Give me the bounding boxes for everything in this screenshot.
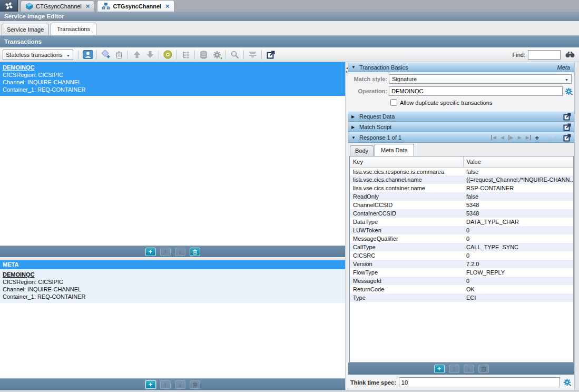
transaction-basics-header[interactable]: Transaction Basics Meta	[348, 62, 574, 72]
binoculars-icon[interactable]	[565, 51, 575, 58]
move-meta-down-button[interactable]	[464, 365, 474, 373]
meta-table-row[interactable]: ReturnCodeOK	[350, 285, 573, 293]
tab-body[interactable]: Body	[350, 145, 374, 156]
meta-table-cell[interactable]: MessageId	[350, 277, 463, 285]
tab-ctgsyncchannel-transactions[interactable]: CTGsyncChannel	[97, 0, 174, 12]
delete-item-button[interactable]	[190, 248, 200, 256]
match-style-dropdown[interactable]: Signature	[389, 74, 572, 84]
meta-table-cell[interactable]: DataType	[350, 218, 463, 226]
transaction-list-item[interactable]: DEMOINQC CICSRegion: CICSIPICChannel: IN…	[0, 269, 345, 303]
meta-table-row[interactable]: MessageQualifier0	[350, 234, 573, 243]
add-item-button[interactable]	[145, 248, 156, 256]
transaction-mode-dropdown[interactable]: Stateless transactions	[3, 50, 73, 60]
meta-table-cell[interactable]: Version	[350, 260, 463, 268]
move-item-up-button[interactable]	[160, 248, 171, 256]
meta-table-cell[interactable]: LUWToken	[350, 226, 463, 234]
transaction-list-item[interactable]: DEMOINQC CICSRegion: CICSIPICChannel: IN…	[0, 62, 345, 96]
tab-service-image[interactable]: Service Image	[2, 24, 49, 35]
meta-table-cell[interactable]: false	[463, 167, 573, 175]
open-request-data-button[interactable]	[563, 113, 571, 121]
nav-first-button[interactable]	[491, 135, 496, 140]
close-icon[interactable]	[86, 4, 90, 9]
allow-duplicate-checkbox[interactable]	[390, 99, 397, 106]
meta-table-row[interactable]: CICSRC0	[350, 251, 573, 260]
collapse-left-icon[interactable]	[346, 66, 348, 70]
meta-table-cell[interactable]: CICSRC	[350, 251, 463, 260]
record-button[interactable]	[161, 49, 174, 61]
meta-table-cell[interactable]: {{=request_Channel;/*INQUIRE-CHANN...	[463, 175, 573, 184]
meta-table-cell[interactable]: ECI	[463, 293, 573, 302]
move-item-down-button[interactable]	[175, 248, 185, 256]
meta-table-cell[interactable]: 7.2.0	[463, 260, 573, 268]
meta-table-cell[interactable]: RSP-CONTAINER	[463, 184, 573, 192]
move-down-button[interactable]	[143, 49, 156, 61]
user-button[interactable]	[81, 49, 94, 61]
meta-table-row[interactable]: ChannelCCSID5348	[350, 201, 573, 209]
delete-transaction-button[interactable]	[112, 49, 125, 61]
match-script-header[interactable]: Match Script	[348, 122, 574, 132]
add-transaction-button[interactable]	[99, 49, 112, 61]
settings-sync-button[interactable]	[210, 49, 223, 61]
meta-table-row[interactable]: MessageId0	[350, 277, 573, 285]
meta-table-cell[interactable]: lisa.vse.cics.channel.name	[350, 175, 463, 184]
datasets-button[interactable]	[197, 49, 210, 61]
delete-meta-button[interactable]	[478, 365, 489, 373]
nav-last-button[interactable]	[526, 135, 531, 140]
meta-table-cell[interactable]: DATA_TYPE_CHAR	[463, 218, 573, 226]
expand-tree-button[interactable]	[179, 49, 192, 61]
tab-ctgsyncchannel-image[interactable]: CTGsyncChannel	[21, 1, 94, 12]
add-item-button[interactable]	[145, 380, 156, 389]
move-up-button[interactable]	[130, 49, 143, 61]
collapse-right-icon[interactable]	[346, 70, 348, 74]
meta-table-row[interactable]: ReadOnlyfalse	[350, 192, 573, 201]
app-logo[interactable]	[0, 0, 18, 12]
tab-meta-data[interactable]: Meta Data	[375, 144, 414, 156]
move-item-down-button[interactable]	[175, 380, 185, 389]
nav-previous-button[interactable]	[501, 135, 504, 140]
meta-table-row[interactable]: lisa.vse.cics.response.is.commareafalse	[350, 167, 573, 175]
meta-table-cell[interactable]: ContainerCCSID	[350, 209, 463, 218]
meta-table-row[interactable]: Version7.2.0	[350, 260, 573, 268]
add-response-button[interactable]	[535, 135, 539, 141]
meta-table-cell[interactable]: FlowType	[350, 268, 463, 277]
tab-transactions[interactable]: Transactions	[51, 23, 96, 35]
meta-table-cell[interactable]: CALL_TYPE_SYNC	[463, 243, 573, 251]
add-meta-button[interactable]	[434, 365, 445, 373]
meta-table-row[interactable]: CallTypeCALL_TYPE_SYNC	[350, 243, 573, 251]
meta-table-cell[interactable]: 0	[463, 226, 573, 234]
meta-table-cell[interactable]: OK	[463, 285, 573, 293]
think-time-input[interactable]	[399, 377, 560, 387]
meta-table-cell[interactable]: false	[463, 192, 573, 201]
move-item-up-button[interactable]	[160, 380, 171, 389]
meta-table-row[interactable]: lisa.vse.cics.channel.name{{=request_Cha…	[350, 175, 573, 184]
meta-table-cell[interactable]: lisa.vse.cics.response.is.commarea	[350, 167, 463, 175]
operation-settings-button[interactable]	[565, 87, 573, 95]
meta-table-row[interactable]: lisa.vse.cics.container.nameRSP-CONTAINE…	[350, 184, 573, 192]
find-input[interactable]	[528, 50, 561, 60]
meta-table-cell[interactable]: ReturnCode	[350, 285, 463, 293]
meta-table-cell[interactable]: ChannelCCSID	[350, 201, 463, 209]
response-header[interactable]: Response 1 of 1	[348, 132, 574, 143]
meta-table-row[interactable]: TypeECI	[350, 293, 573, 302]
meta-table-cell[interactable]: ReadOnly	[350, 192, 463, 201]
move-response-up-button[interactable]	[543, 135, 545, 141]
move-meta-up-button[interactable]	[449, 365, 459, 373]
meta-group-row[interactable]: META	[0, 260, 345, 269]
request-data-header[interactable]: Request Data	[348, 111, 574, 122]
open-editor-button[interactable]	[264, 49, 277, 61]
meta-table-cell[interactable]: lisa.vse.cics.container.name	[350, 184, 463, 192]
meta-table-cell[interactable]: 0	[463, 277, 573, 285]
move-response-down-button[interactable]	[548, 135, 551, 141]
meta-table-row[interactable]: FlowTypeFLOW_REPLY	[350, 268, 573, 277]
meta-table-cell[interactable]: CallType	[350, 243, 463, 251]
think-time-settings-button[interactable]	[563, 378, 571, 386]
meta-table-cell[interactable]: 0	[463, 234, 573, 243]
magnify-button[interactable]	[228, 49, 241, 61]
align-button[interactable]	[246, 49, 259, 61]
meta-table-cell[interactable]: FLOW_REPLY	[463, 268, 573, 277]
meta-table-cell[interactable]: Type	[350, 293, 463, 302]
meta-table-row[interactable]: LUWToken0	[350, 226, 573, 234]
meta-table-cell[interactable]: 5348	[463, 201, 573, 209]
meta-table-row[interactable]: DataTypeDATA_TYPE_CHAR	[350, 218, 573, 226]
nav-current-button[interactable]	[508, 135, 514, 140]
